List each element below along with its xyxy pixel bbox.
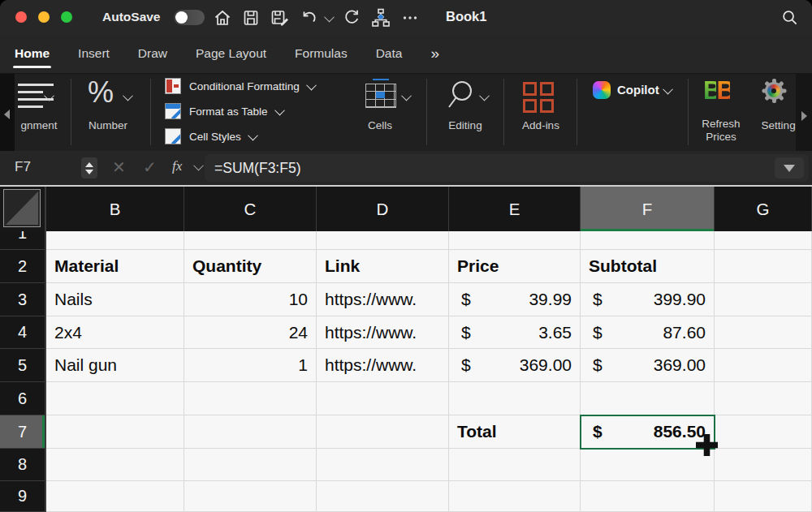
cell-B4[interactable]: 2x4 — [46, 316, 184, 349]
row-header-9[interactable]: 9 — [0, 481, 46, 512]
undo-icon[interactable] — [300, 8, 319, 28]
cell-D9[interactable] — [317, 481, 449, 512]
cell-B5[interactable]: Nail gun — [46, 349, 184, 382]
cells-chevron-icon[interactable] — [401, 91, 412, 101]
cell-C3[interactable]: 10 — [184, 283, 317, 316]
cell-G9[interactable] — [715, 481, 812, 512]
cell-F6[interactable] — [581, 382, 715, 415]
cell-E5[interactable]: $369.00 — [449, 349, 581, 382]
cell-D2[interactable]: Link — [317, 250, 449, 283]
cell-B9[interactable] — [46, 481, 184, 512]
column-header-C[interactable]: C — [184, 187, 317, 231]
row-header-1[interactable]: 1 — [0, 231, 46, 250]
cell-F4[interactable]: $87.60 — [581, 316, 715, 349]
cell-D8[interactable] — [317, 449, 449, 481]
column-header-B[interactable]: B — [46, 187, 184, 231]
cell-G4[interactable] — [715, 316, 812, 349]
save-as-icon[interactable] — [270, 8, 291, 28]
cell-E4[interactable]: $3.65 — [449, 316, 581, 349]
editing-chevron-icon[interactable] — [479, 91, 490, 101]
copilot-icon[interactable] — [593, 81, 611, 99]
tab-home[interactable]: Home — [15, 34, 50, 73]
search-icon[interactable] — [780, 8, 799, 30]
cell-D5[interactable]: https://www. — [317, 349, 449, 382]
cell-F7[interactable]: $856.50 — [581, 415, 715, 449]
row-header-2[interactable]: 2 — [0, 250, 46, 283]
column-header-G[interactable]: G — [715, 187, 812, 231]
row-header-4[interactable]: 4 — [0, 316, 46, 349]
undo-dropdown-chevron-icon[interactable] — [324, 11, 335, 22]
add-ins-icon[interactable] — [523, 82, 554, 113]
cell-C8[interactable] — [184, 449, 317, 481]
percent-style-icon[interactable]: % — [88, 75, 114, 110]
editing-magnifier-icon[interactable] — [445, 79, 476, 113]
tab-draw[interactable]: Draw — [138, 34, 167, 73]
cell-G6[interactable] — [715, 382, 812, 415]
column-header-E[interactable]: E — [449, 187, 581, 231]
zoom-button[interactable] — [61, 11, 72, 23]
cell-G3[interactable] — [715, 283, 812, 316]
tab-insert[interactable]: Insert — [78, 34, 110, 73]
cell-E7[interactable]: Total — [449, 415, 581, 449]
row-header-7[interactable]: 7 — [0, 415, 46, 449]
more-tabs-chevron[interactable]: » — [430, 34, 438, 73]
cell-G8[interactable] — [715, 449, 812, 481]
cell-G1[interactable] — [715, 231, 812, 250]
fx-chevron-icon[interactable] — [193, 161, 204, 171]
hierarchy-icon[interactable] — [370, 7, 391, 28]
autosave-toggle[interactable] — [174, 10, 205, 25]
row-header-3[interactable]: 3 — [0, 283, 46, 316]
refresh-prices-logo-icon[interactable]: BB — [703, 78, 730, 103]
cell-F5[interactable]: $369.00 — [581, 349, 715, 382]
cell-D6[interactable] — [317, 382, 449, 415]
formula-bar-expand-button[interactable] — [775, 157, 804, 179]
cell-F1[interactable] — [581, 231, 715, 250]
conditional-formatting-button[interactable]: Conditional Formatting — [165, 78, 315, 94]
cell-D4[interactable]: https://www. — [317, 316, 449, 349]
tab-data[interactable]: Data — [376, 34, 403, 73]
cell-E2[interactable]: Price — [449, 250, 581, 283]
more-commands-icon[interactable] — [400, 8, 420, 28]
select-all-corner[interactable] — [0, 187, 46, 231]
cell-G2[interactable] — [715, 250, 812, 283]
tab-page-layout[interactable]: Page Layout — [196, 34, 266, 73]
format-as-table-button[interactable]: Format as Table — [165, 103, 283, 119]
cell-B6[interactable] — [46, 382, 184, 415]
insert-function-icon[interactable]: fx — [172, 158, 182, 174]
row-header-6[interactable]: 6 — [0, 382, 46, 415]
save-icon[interactable] — [241, 8, 261, 28]
cell-B1[interactable] — [46, 231, 184, 250]
cell-C2[interactable]: Quantity — [184, 250, 317, 283]
cell-F2[interactable]: Subtotal — [581, 250, 715, 283]
cell-styles-button[interactable]: Cell Styles — [165, 128, 257, 144]
number-chevron-icon[interactable] — [123, 91, 133, 101]
cell-D3[interactable]: https://www. — [317, 283, 449, 316]
cell-F9[interactable] — [581, 481, 715, 512]
cell-C5[interactable]: 1 — [184, 349, 317, 382]
column-header-F[interactable]: F — [581, 187, 715, 231]
cell-F8[interactable] — [581, 449, 715, 481]
cell-F3[interactable]: $399.90 — [581, 283, 715, 316]
close-button[interactable] — [15, 11, 27, 23]
copilot-button[interactable]: Copilot — [617, 83, 659, 97]
cell-E1[interactable] — [449, 231, 581, 250]
ribbon-scroll-left[interactable] — [0, 74, 15, 152]
minimize-button[interactable] — [38, 11, 50, 23]
home-icon[interactable] — [213, 8, 232, 28]
cell-E6[interactable] — [449, 382, 581, 415]
cell-E8[interactable] — [449, 449, 581, 481]
cell-G7[interactable] — [715, 415, 812, 449]
cell-C4[interactable]: 24 — [184, 316, 317, 349]
column-header-D[interactable]: D — [317, 187, 449, 231]
refresh-prices-label[interactable]: RefreshPrices — [689, 118, 754, 144]
redo-icon[interactable] — [342, 8, 361, 28]
cell-B7[interactable] — [46, 415, 184, 449]
ribbon-scroll-right[interactable] — [796, 74, 812, 152]
name-box[interactable]: F7 — [15, 159, 31, 175]
cell-B8[interactable] — [46, 449, 184, 481]
tab-formulas[interactable]: Formulas — [295, 34, 348, 73]
cell-E9[interactable] — [449, 481, 581, 512]
row-header-5[interactable]: 5 — [0, 349, 46, 382]
cancel-icon[interactable]: ✕ — [112, 157, 126, 177]
cell-D1[interactable] — [317, 231, 449, 250]
